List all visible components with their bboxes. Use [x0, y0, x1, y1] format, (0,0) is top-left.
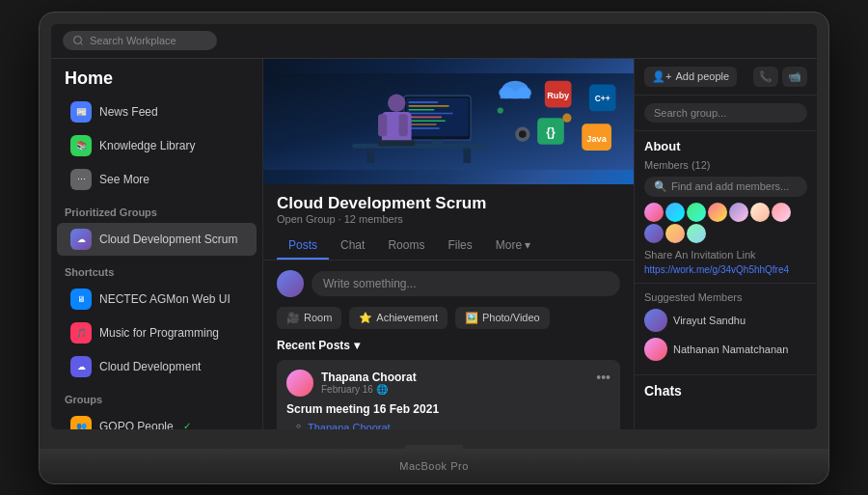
group-title: Cloud Development Scrum	[277, 194, 620, 213]
search-members-icon: 🔍	[654, 180, 667, 193]
sidebar-home-title: Home	[51, 59, 262, 95]
svg-rect-9	[409, 108, 435, 110]
tab-posts[interactable]: Posts	[277, 233, 329, 260]
find-members-input[interactable]: 🔍 Find and add members...	[644, 177, 807, 197]
post-mention-item: Thapana Choorat	[296, 422, 610, 429]
nectec-icon: 🖥	[70, 289, 92, 310]
content-area: Ruby C++ Java {}	[263, 59, 634, 429]
cloud-dev-icon: ☁	[70, 356, 92, 377]
search-placeholder: Search Workplace	[90, 35, 176, 46]
phone-button[interactable]: 📞	[753, 67, 778, 87]
search-group-input[interactable]: Search group...	[644, 103, 807, 123]
right-search-area: Search group...	[635, 96, 817, 131]
svg-text:{}: {}	[546, 124, 556, 138]
find-members-placeholder: Find and add members...	[671, 180, 789, 192]
sidebar-item-music[interactable]: 🎵 Music for Programming	[57, 316, 257, 349]
group-nav: Posts Chat Rooms Files More ▾	[277, 233, 620, 260]
music-icon: 🎵	[70, 322, 92, 344]
svg-rect-3	[367, 148, 375, 162]
sidebar-item-cloud-dev-scrum[interactable]: ☁ Cloud Development Scrum	[57, 223, 257, 256]
sidebar-item-newsfeed[interactable]: 📰 News Feed	[57, 96, 257, 128]
svg-rect-14	[409, 127, 440, 129]
main-layout: Home 📰 News Feed 📚 Knowledge Library ⋯ S…	[51, 59, 817, 429]
achievement-icon: ⭐	[359, 312, 372, 324]
user-avatar	[277, 270, 304, 297]
write-post-area: Write something...	[277, 270, 620, 297]
post-header: Thapana Choorat February 16 🌐 •••	[286, 370, 610, 397]
photo-button[interactable]: 🖼️ Photo/Video	[455, 307, 550, 329]
svg-rect-33	[501, 91, 530, 98]
member-avatar-1	[644, 203, 664, 222]
sidebar-item-cloud-dev[interactable]: ☁ Cloud Development	[57, 350, 257, 383]
tab-files[interactable]: Files	[436, 233, 483, 260]
member-avatar-2	[665, 203, 685, 222]
post-actions: 🎥 Room ⭐ Achievement 🖼️ Photo/Video	[277, 307, 620, 329]
svg-rect-10	[409, 112, 453, 114]
room-label: Room	[304, 312, 332, 323]
laptop-base: MacBook Pro	[40, 449, 828, 483]
prioritized-groups-category: Prioritized Groups	[51, 197, 262, 222]
svg-rect-13	[409, 124, 437, 125]
tab-chat[interactable]: Chat	[329, 233, 376, 260]
suggested-title: Suggested Members	[644, 291, 807, 303]
photo-label: Photo/Video	[482, 312, 540, 323]
suggested-member-2: Nathanan Namatchanan	[644, 338, 807, 361]
top-bar: Search Workplace	[51, 24, 817, 59]
svg-text:Ruby: Ruby	[547, 91, 570, 100]
svg-point-36	[562, 113, 571, 122]
music-label: Music for Programming	[99, 326, 219, 340]
svg-rect-21	[378, 140, 415, 146]
cloud-dev-label: Cloud Development	[99, 360, 201, 373]
member-avatar-5	[729, 203, 748, 222]
laptop-brand: MacBook Pro	[399, 460, 469, 472]
add-people-button[interactable]: 👤+ Add people	[644, 67, 737, 87]
video-button[interactable]: 📹	[782, 67, 807, 87]
header-call-actions: 📞 📹	[753, 67, 807, 87]
achievement-label: Achievement	[376, 312, 438, 323]
write-input[interactable]: Write something...	[312, 271, 620, 296]
svg-point-37	[498, 107, 503, 113]
post-author-avatar	[286, 370, 313, 397]
post-date: February 16 🌐	[321, 384, 417, 395]
sidebar-item-knowledge[interactable]: 📚 Knowledge Library	[57, 129, 257, 162]
svg-point-17	[388, 94, 405, 111]
post-author-name: Thapana Choorat	[321, 371, 417, 384]
gopo-icon: 👥	[70, 416, 92, 429]
search-bar[interactable]: Search Workplace	[63, 31, 217, 50]
gopo-label: GOPO People	[99, 420, 174, 429]
chats-title: Chats	[635, 375, 817, 406]
post-more-button[interactable]: •••	[596, 370, 610, 385]
svg-rect-20	[399, 114, 408, 136]
hero-image: Ruby C++ Java {}	[263, 59, 634, 184]
post-mention: Thapana Choorat	[308, 422, 391, 429]
right-panel-header: 👤+ Add people 📞 📹	[635, 59, 817, 96]
sidebar: Home 📰 News Feed 📚 Knowledge Library ⋯ S…	[51, 59, 263, 429]
suggested-member-1: Virayut Sandhu	[644, 309, 807, 332]
shortcuts-category: Shortcuts	[51, 257, 262, 282]
sidebar-item-gopo[interactable]: 👥 GOPO People ✓	[57, 410, 257, 429]
svg-point-0	[74, 37, 82, 44]
share-link-url[interactable]: https://work.me/g/34vQh5hhQfre4	[644, 264, 807, 275]
group-subtitle: Open Group · 12 members	[277, 213, 620, 225]
recent-posts-label: Recent Posts	[277, 339, 350, 352]
knowledge-icon: 📚	[70, 135, 92, 156]
seemore-label: See More	[99, 173, 149, 186]
achievement-button[interactable]: ⭐ Achievement	[349, 307, 448, 329]
seemore-icon: ⋯	[70, 169, 92, 190]
suggested-avatar-2	[644, 338, 667, 361]
group-header: Cloud Development Scrum Open Group · 12 …	[263, 184, 634, 261]
cloud-scrum-label: Cloud Development Scrum	[99, 233, 237, 246]
post-date-icon: 🌐	[376, 384, 388, 395]
tab-more[interactable]: More ▾	[484, 233, 543, 260]
sidebar-item-nectec[interactable]: 🖥 NECTEC AGMon Web UI	[57, 283, 257, 316]
add-people-icon: 👤+	[652, 70, 671, 83]
photo-icon: 🖼️	[465, 312, 478, 324]
knowledge-label: Knowledge Library	[99, 139, 195, 152]
sidebar-item-seemore[interactable]: ⋯ See More	[57, 163, 257, 196]
gopo-verified: ✓	[183, 421, 191, 429]
room-icon: 🎥	[286, 312, 300, 324]
room-button[interactable]: 🎥 Room	[277, 307, 341, 329]
suggested-avatar-1	[644, 309, 667, 332]
tab-rooms[interactable]: Rooms	[376, 233, 436, 260]
svg-rect-16	[427, 144, 447, 146]
